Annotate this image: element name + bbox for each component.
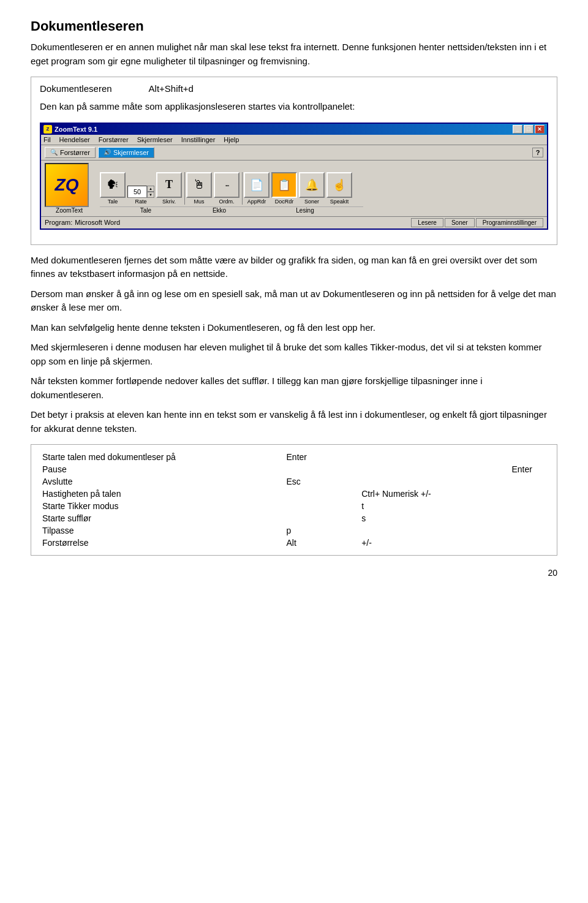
shortcut-key1: Alt (284, 537, 360, 549)
section-header: Dokumentleseren Alt+Shift+d (40, 83, 548, 94)
shortcut-action: Hastigheten på talen (40, 488, 284, 500)
speakit-icon: ☝ (333, 178, 346, 192)
mus-tool: 🖱 Mus (186, 172, 212, 205)
speakit-tool: ☝ SpeakIt (326, 172, 352, 205)
shortcut-key3: Enter (509, 463, 548, 475)
menu-skjermleser[interactable]: Skjermleser (137, 136, 173, 143)
forstorrer-icon: 🔍 (50, 149, 58, 156)
ordm-button[interactable]: ··· (214, 172, 239, 198)
shortcut-key2 (359, 451, 509, 463)
apprdr-icon: 📄 (250, 178, 263, 192)
shortcut-key3 (509, 512, 548, 524)
shortcut-row: Starte talen med dokumentleser påEnter (40, 451, 548, 463)
minimize-button[interactable]: _ (513, 125, 522, 134)
body-text-4: Med skjermleseren i denne modusen har el… (31, 341, 557, 368)
shortcut-action: Tilpasse (40, 524, 284, 537)
tab-forstorrer-label: Forstørrer (60, 149, 90, 156)
titlebar-left: Z ZoomText 9.1 (43, 125, 97, 134)
shortcut-key1 (284, 488, 360, 500)
maximize-button[interactable]: □ (524, 125, 533, 134)
mus-button[interactable]: 🖱 (186, 172, 212, 198)
ekko-group-header: Ekko (192, 206, 247, 214)
rate-down-button[interactable]: ▼ (147, 192, 154, 198)
mus-icon: 🖱 (193, 178, 205, 192)
close-button[interactable]: ✕ (535, 125, 545, 134)
shortcut-key1: Esc (284, 475, 360, 488)
soner-button[interactable]: 🔔 (299, 172, 325, 198)
shortcut-row: Starte Tikker modust (40, 500, 548, 512)
tab-skjermleser-label: Skjermleser (113, 149, 149, 156)
shortcut-key3 (509, 488, 548, 500)
speakit-button[interactable]: ☝ (326, 172, 352, 198)
ordm-tool: ··· Ordm. (214, 172, 239, 205)
rate-value-display[interactable]: 50 (127, 186, 147, 198)
menu-forstorrer[interactable]: Forstørrer (99, 136, 129, 143)
section-description: Den kan på samme måte som applikasjonsle… (40, 100, 548, 114)
zoomtext-tab-toolbar: 🔍 Forstørrer 🔊 Skjermleser ? (41, 145, 547, 161)
zoomtext-logo-area: ZQ ZoomText (45, 163, 94, 214)
tab-forstorrer[interactable]: 🔍 Forstørrer (45, 147, 96, 158)
shortcut-key2 (359, 463, 509, 475)
docrdr-icon: 📋 (277, 178, 291, 192)
shortcut-key1: p (284, 524, 360, 537)
shortcut-action: Pause (40, 463, 284, 475)
page-number-value: 20 (548, 568, 557, 578)
shortcut-key2 (359, 524, 509, 537)
rate-spinner[interactable]: ▲ ▼ (147, 186, 154, 198)
tale-group-header: Tale (100, 206, 192, 214)
logo-text: ZQ (55, 175, 79, 195)
docrdr-tool: 📋 DocRdr (271, 172, 297, 205)
section-title: Dokumentleseren (40, 83, 112, 94)
rate-tool: 50 ▲ ▼ Rate (127, 186, 154, 205)
menu-fil[interactable]: Fil (43, 136, 51, 143)
lesing-group-header: Lesing (247, 206, 363, 214)
titlebar-controls[interactable]: _ □ ✕ (513, 125, 545, 134)
keyboard-shortcuts-section: Starte talen med dokumentleser påEnterPa… (31, 444, 557, 556)
page-number: 20 (31, 568, 557, 578)
shortcut-key1 (284, 500, 360, 512)
soner-tool: 🔔 Soner (299, 172, 325, 205)
menu-hendelser[interactable]: Hendelser (59, 136, 90, 143)
shortcut-key1 (284, 512, 360, 524)
rate-up-button[interactable]: ▲ (147, 186, 154, 192)
statusbar-buttons: Lesere Soner Programinnstillinger (411, 218, 543, 227)
soner-status-button[interactable]: Soner (445, 218, 475, 227)
shortcut-row: Tilpassep (40, 524, 548, 537)
apprdr-button[interactable]: 📄 (244, 172, 270, 198)
shortcut-key2 (359, 475, 509, 488)
ordm-icon: ··· (225, 180, 228, 190)
zoomtext-window: Z ZoomText 9.1 _ □ ✕ Fil Hendelser Forst… (40, 123, 548, 230)
shortcut-key2: s (359, 512, 509, 524)
tale-group: 🗣 Tale 50 ▲ ▼ (100, 172, 185, 205)
lesing-group: 📄 AppRdr 📋 DocRdr 🔔 (244, 172, 352, 205)
mus-label: Mus (194, 198, 204, 205)
skriv-icon: T (165, 178, 173, 191)
shortcut-key3 (509, 524, 548, 537)
help-button[interactable]: ? (532, 148, 543, 157)
menu-innstillinger[interactable]: Innstillinger (181, 136, 216, 143)
menu-hjelp[interactable]: Hjelp (224, 136, 239, 143)
body-text-5: Når teksten kommer fortløpende nedover k… (31, 374, 557, 402)
skriv-label: Skriv. (162, 198, 176, 205)
programinnstillinger-button[interactable]: Programinnstillinger (476, 218, 543, 227)
tab-skjermleser[interactable]: 🔊 Skjermleser (98, 147, 154, 158)
lesere-button[interactable]: Lesere (411, 218, 443, 227)
docrdr-button[interactable]: 📋 (271, 172, 297, 198)
body-text-2: Dersom man ønsker å gå inn og lese om en… (31, 287, 557, 315)
tale-button[interactable]: 🗣 (100, 172, 126, 198)
ekko-group: 🖱 Mus ··· Ordm. (186, 172, 243, 205)
apprdr-label: AppRdr (247, 198, 266, 205)
skriv-button[interactable]: T (156, 172, 182, 198)
shortcut-row: AvslutteEsc (40, 475, 548, 488)
tale-icon: 🗣 (107, 178, 119, 192)
zoomtext-statusbar: Program: Microsoft Word Lesere Soner Pro… (41, 216, 547, 229)
shortcut-key1 (284, 463, 360, 475)
shortcut-row: Starte sufflørs (40, 512, 548, 524)
shortcuts-tbody: Starte talen med dokumentleser påEnterPa… (40, 451, 548, 549)
shortcut-key3 (509, 500, 548, 512)
zoomtext-logo: ZQ (45, 163, 89, 207)
skjermleser-icon: 🔊 (104, 149, 111, 156)
program-label: Program: (45, 219, 72, 226)
shortcut-action: Starte sufflør (40, 512, 284, 524)
shortcut-action: Starte talen med dokumentleser på (40, 451, 284, 463)
